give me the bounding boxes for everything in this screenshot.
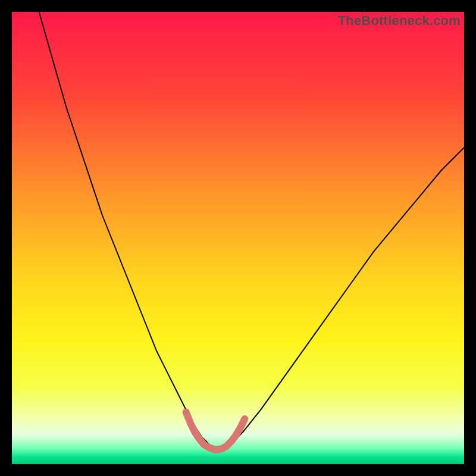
optimal-zone-highlight: [186, 412, 245, 450]
chart-frame: TheBottleneck.com: [12, 12, 464, 464]
curve-layer: [12, 12, 464, 464]
plot-area: TheBottleneck.com: [12, 12, 464, 464]
bottleneck-curve: [39, 12, 464, 450]
watermark-text: TheBottleneck.com: [338, 13, 461, 29]
